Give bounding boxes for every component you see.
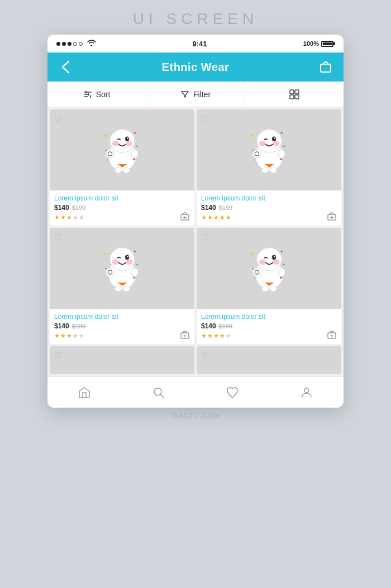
battery-icon (321, 41, 335, 47)
svg-point-2 (327, 64, 328, 65)
product-info: Lorem ipsum dolor sit $140 $199 ★★★★★ (50, 190, 194, 226)
svg-point-81 (278, 268, 284, 276)
heart-icon[interactable]: ♡ (54, 232, 62, 243)
svg-rect-45 (280, 132, 283, 133)
star: ★ (220, 332, 225, 340)
product-rating: ★★★★★ (201, 214, 337, 221)
svg-point-43 (270, 168, 276, 173)
sort-label: Sort (96, 90, 111, 99)
svg-point-21 (131, 150, 137, 158)
svg-point-42 (261, 168, 268, 173)
product-old-price: $199 (72, 204, 85, 211)
product-info: Lorem ipsum dolor sit $140 $199 ★★★★★ (197, 190, 341, 226)
nav-wishlist[interactable] (196, 377, 270, 408)
svg-point-79 (252, 268, 261, 276)
product-pricing: $140 $199 (201, 322, 337, 330)
dot4 (73, 42, 77, 46)
heart-icon[interactable]: ♡ (201, 114, 209, 125)
signal-dots (56, 42, 83, 46)
svg-rect-44 (251, 134, 254, 136)
star: ★ (60, 214, 66, 221)
grid-view-button[interactable] (245, 82, 344, 107)
heart-icon[interactable]: ♡ (54, 114, 62, 125)
svg-rect-49 (253, 159, 255, 161)
svg-point-83 (270, 286, 276, 291)
product-card-2: ♡ (197, 109, 341, 226)
svg-point-18 (127, 137, 128, 138)
heart-icon[interactable]: ♡ (54, 351, 62, 361)
back-button[interactable] (56, 59, 74, 75)
product-card-5: ♡ (50, 346, 194, 374)
product-price: $140 (54, 204, 69, 212)
status-bar: 9:41 100% (47, 35, 344, 52)
sort-button[interactable]: Sort (47, 82, 146, 107)
product-image-wrap: ♡ (50, 228, 194, 309)
add-to-cart-button[interactable] (327, 329, 337, 340)
status-left (56, 40, 96, 48)
nav-profile[interactable] (270, 377, 344, 408)
app-header: Ethnic Wear (47, 52, 344, 82)
star: ★ (201, 332, 207, 340)
product-card-3: ♡ (50, 228, 194, 344)
svg-point-77 (271, 255, 275, 260)
battery-body (321, 41, 333, 47)
svg-rect-25 (133, 132, 136, 133)
nav-search[interactable] (122, 377, 196, 408)
svg-rect-9 (290, 90, 294, 94)
star: ★ (73, 332, 78, 340)
header-title: Ethnic Wear (162, 61, 230, 74)
dot2 (62, 42, 66, 46)
product-title: Lorem ipsum dolor sit (54, 194, 190, 202)
svg-rect-69 (106, 278, 108, 279)
star: ★ (66, 214, 72, 221)
cart-button[interactable] (317, 60, 335, 74)
sort-icon (83, 90, 92, 99)
product-pricing: $140 $199 (54, 322, 190, 330)
battery-fill (323, 42, 332, 45)
product-card-4: ♡ (197, 228, 341, 344)
svg-point-36 (273, 141, 279, 146)
add-to-cart-button[interactable] (180, 329, 190, 340)
star: ★ (60, 332, 66, 340)
svg-point-62 (115, 286, 121, 291)
svg-point-15 (112, 141, 118, 146)
product-image-partial: ♡ (50, 346, 194, 374)
filter-button[interactable]: Filter (146, 82, 245, 107)
svg-rect-10 (295, 90, 299, 94)
products-grid: ♡ (47, 107, 344, 376)
star: ★ (207, 332, 213, 340)
svg-point-41 (278, 150, 284, 158)
svg-point-75 (259, 259, 265, 265)
star: ★ (213, 214, 219, 221)
svg-point-17 (125, 136, 128, 141)
product-image-wrap: ♡ (197, 109, 341, 190)
svg-point-19 (106, 150, 114, 158)
product-old-price: $199 (72, 323, 85, 329)
heart-icon[interactable]: ♡ (201, 232, 209, 243)
star: ★ (213, 332, 219, 340)
svg-point-63 (123, 286, 130, 291)
star: ★ (66, 332, 72, 340)
nav-home[interactable] (47, 377, 122, 408)
svg-rect-89 (253, 278, 255, 279)
svg-point-35 (259, 141, 265, 146)
product-image (239, 118, 300, 182)
star: ★ (201, 214, 207, 221)
product-card-1: ♡ (50, 109, 194, 226)
add-to-cart-button[interactable] (180, 211, 190, 221)
svg-point-22 (115, 168, 121, 173)
svg-rect-11 (290, 95, 294, 99)
star: ★ (226, 214, 231, 221)
svg-rect-12 (295, 95, 299, 99)
filter-icon (180, 90, 189, 99)
star: ★ (73, 214, 78, 221)
product-image (239, 237, 300, 300)
add-to-cart-button[interactable] (327, 211, 337, 221)
svg-point-16 (126, 141, 132, 146)
star: ★ (226, 332, 231, 340)
product-image-wrap: ♡ (197, 228, 341, 309)
heart-icon[interactable]: ♡ (201, 351, 209, 361)
svg-point-57 (125, 255, 128, 260)
star: ★ (54, 332, 60, 340)
svg-rect-47 (251, 149, 254, 151)
